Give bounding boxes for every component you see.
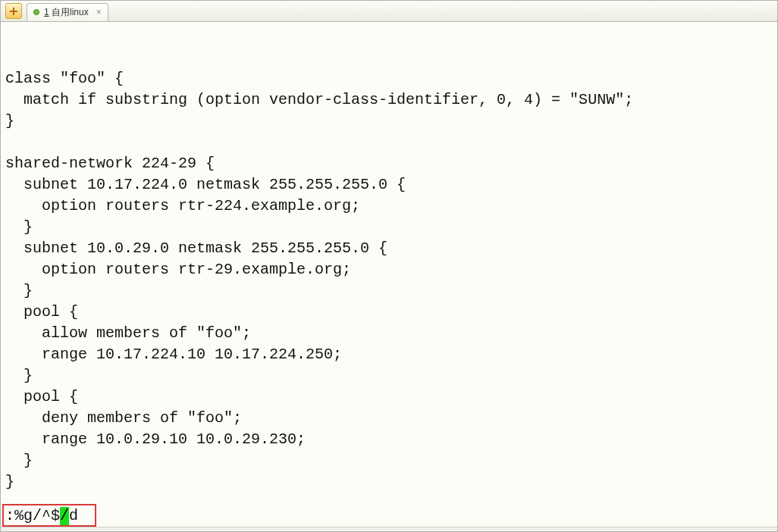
cmd-pre: :%g/^$: [5, 507, 60, 525]
tab-index: 1: [44, 7, 49, 17]
status-dot-icon: [33, 9, 39, 15]
svg-rect-1: [10, 11, 17, 12]
terminal-window: 1 自用linux × class "foo" { match if subst…: [0, 0, 778, 532]
plus-icon: [9, 7, 18, 16]
editor-area[interactable]: class "foo" { match if substring (option…: [1, 22, 777, 527]
tab-close-button[interactable]: ×: [96, 7, 102, 17]
editor-text[interactable]: class "foo" { match if substring (option…: [5, 26, 774, 505]
tab-title-rest: 自用linux: [49, 7, 89, 17]
tab-label: 1 自用linux: [44, 6, 89, 19]
cmd-post: d: [69, 507, 78, 525]
cmd-cursor: /: [60, 507, 69, 525]
tab-bar: 1 自用linux ×: [1, 1, 777, 22]
tab-1[interactable]: 1 自用linux ×: [27, 3, 108, 21]
new-tab-button[interactable]: [5, 3, 22, 19]
vim-command-line[interactable]: :%g/^$/d: [5, 507, 78, 525]
bottom-border: [1, 527, 777, 531]
